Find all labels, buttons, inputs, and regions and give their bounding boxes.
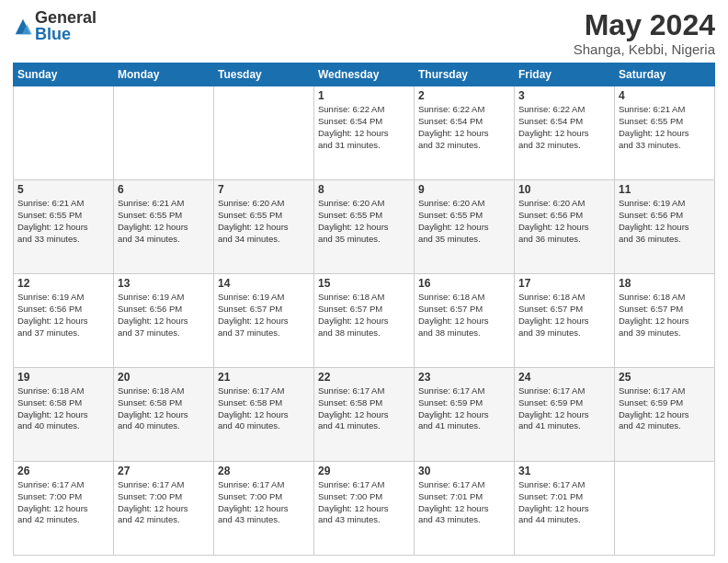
col-monday: Monday	[114, 63, 214, 86]
day-info: Sunrise: 6:18 AM Sunset: 6:57 PM Dayligh…	[619, 292, 711, 339]
calendar-cell: 20Sunrise: 6:18 AM Sunset: 6:58 PM Dayli…	[114, 368, 214, 462]
calendar-cell: 21Sunrise: 6:17 AM Sunset: 6:58 PM Dayli…	[214, 368, 314, 462]
calendar-cell: 2Sunrise: 6:22 AM Sunset: 6:54 PM Daylig…	[415, 86, 515, 180]
calendar-cell: 22Sunrise: 6:17 AM Sunset: 6:58 PM Dayli…	[314, 368, 415, 462]
calendar-cell: 9Sunrise: 6:20 AM Sunset: 6:55 PM Daylig…	[415, 180, 515, 274]
calendar-week-1: 5Sunrise: 6:21 AM Sunset: 6:55 PM Daylig…	[14, 180, 715, 274]
day-info: Sunrise: 6:18 AM Sunset: 6:57 PM Dayligh…	[418, 292, 510, 339]
day-info: Sunrise: 6:17 AM Sunset: 7:00 PM Dayligh…	[118, 479, 210, 526]
day-number: 3	[518, 89, 610, 102]
col-thursday: Thursday	[415, 63, 515, 86]
day-info: Sunrise: 6:18 AM Sunset: 6:57 PM Dayligh…	[318, 292, 410, 339]
day-info: Sunrise: 6:18 AM Sunset: 6:57 PM Dayligh…	[518, 292, 610, 339]
logo-blue-text: Blue	[35, 26, 97, 42]
calendar-cell: 31Sunrise: 6:17 AM Sunset: 7:01 PM Dayli…	[515, 462, 615, 556]
col-wednesday: Wednesday	[314, 63, 415, 86]
logo-general-text: General	[35, 9, 97, 26]
day-number: 4	[619, 89, 711, 102]
calendar-cell: 18Sunrise: 6:18 AM Sunset: 6:57 PM Dayli…	[615, 274, 715, 368]
day-number: 8	[318, 183, 410, 196]
calendar-cell: 26Sunrise: 6:17 AM Sunset: 7:00 PM Dayli…	[14, 462, 114, 556]
day-info: Sunrise: 6:17 AM Sunset: 7:00 PM Dayligh…	[318, 479, 410, 526]
day-info: Sunrise: 6:18 AM Sunset: 6:58 PM Dayligh…	[118, 385, 210, 432]
day-number: 1	[318, 89, 410, 102]
calendar-cell: 1Sunrise: 6:22 AM Sunset: 6:54 PM Daylig…	[314, 86, 415, 180]
day-info: Sunrise: 6:22 AM Sunset: 6:54 PM Dayligh…	[518, 104, 610, 151]
calendar-week-2: 12Sunrise: 6:19 AM Sunset: 6:56 PM Dayli…	[14, 274, 715, 368]
day-info: Sunrise: 6:17 AM Sunset: 6:58 PM Dayligh…	[218, 385, 310, 432]
day-info: Sunrise: 6:20 AM Sunset: 6:55 PM Dayligh…	[218, 198, 310, 245]
calendar-cell: 10Sunrise: 6:20 AM Sunset: 6:56 PM Dayli…	[515, 180, 615, 274]
calendar-cell	[14, 86, 114, 180]
day-number: 23	[418, 371, 510, 384]
day-info: Sunrise: 6:17 AM Sunset: 7:00 PM Dayligh…	[218, 479, 310, 526]
calendar-cell: 7Sunrise: 6:20 AM Sunset: 6:55 PM Daylig…	[214, 180, 314, 274]
calendar-cell: 8Sunrise: 6:20 AM Sunset: 6:55 PM Daylig…	[314, 180, 415, 274]
day-number: 29	[318, 465, 410, 477]
calendar-cell: 12Sunrise: 6:19 AM Sunset: 6:56 PM Dayli…	[14, 274, 114, 368]
col-sunday: Sunday	[14, 63, 114, 86]
day-info: Sunrise: 6:20 AM Sunset: 6:56 PM Dayligh…	[518, 198, 610, 245]
day-number: 2	[418, 89, 510, 102]
calendar-cell: 6Sunrise: 6:21 AM Sunset: 6:55 PM Daylig…	[114, 180, 214, 274]
col-friday: Friday	[515, 63, 615, 86]
day-info: Sunrise: 6:17 AM Sunset: 6:58 PM Dayligh…	[318, 385, 410, 432]
day-number: 30	[418, 465, 510, 477]
day-number: 21	[218, 371, 310, 384]
day-number: 15	[318, 277, 410, 290]
day-number: 5	[17, 183, 109, 196]
day-info: Sunrise: 6:19 AM Sunset: 6:56 PM Dayligh…	[619, 198, 711, 245]
day-number: 14	[218, 277, 310, 290]
calendar-week-4: 26Sunrise: 6:17 AM Sunset: 7:00 PM Dayli…	[14, 462, 715, 556]
day-number: 19	[17, 371, 109, 384]
calendar-cell: 11Sunrise: 6:19 AM Sunset: 6:56 PM Dayli…	[615, 180, 715, 274]
day-info: Sunrise: 6:17 AM Sunset: 6:59 PM Dayligh…	[518, 385, 610, 432]
calendar-cell: 17Sunrise: 6:18 AM Sunset: 6:57 PM Dayli…	[515, 274, 615, 368]
day-info: Sunrise: 6:22 AM Sunset: 6:54 PM Dayligh…	[418, 104, 510, 151]
calendar-cell: 27Sunrise: 6:17 AM Sunset: 7:00 PM Dayli…	[114, 462, 214, 556]
day-number: 17	[518, 277, 610, 290]
calendar-cell: 24Sunrise: 6:17 AM Sunset: 6:59 PM Dayli…	[515, 368, 615, 462]
calendar-cell: 25Sunrise: 6:17 AM Sunset: 6:59 PM Dayli…	[615, 368, 715, 462]
day-number: 11	[619, 183, 711, 196]
calendar-cell: 30Sunrise: 6:17 AM Sunset: 7:01 PM Dayli…	[415, 462, 515, 556]
logo-icon	[13, 17, 33, 37]
day-info: Sunrise: 6:20 AM Sunset: 6:55 PM Dayligh…	[418, 198, 510, 245]
header: General Blue May 2024 Shanga, Kebbi, Nig…	[13, 9, 715, 57]
day-number: 6	[118, 183, 210, 196]
calendar-cell: 28Sunrise: 6:17 AM Sunset: 7:00 PM Dayli…	[214, 462, 314, 556]
day-info: Sunrise: 6:19 AM Sunset: 6:56 PM Dayligh…	[118, 292, 210, 339]
calendar-cell: 3Sunrise: 6:22 AM Sunset: 6:54 PM Daylig…	[515, 86, 615, 180]
day-info: Sunrise: 6:17 AM Sunset: 6:59 PM Dayligh…	[418, 385, 510, 432]
calendar-cell: 19Sunrise: 6:18 AM Sunset: 6:58 PM Dayli…	[14, 368, 114, 462]
day-number: 25	[619, 371, 711, 384]
day-number: 18	[619, 277, 711, 290]
calendar-week-3: 19Sunrise: 6:18 AM Sunset: 6:58 PM Dayli…	[14, 368, 715, 462]
day-info: Sunrise: 6:21 AM Sunset: 6:55 PM Dayligh…	[17, 198, 109, 245]
day-number: 10	[518, 183, 610, 196]
day-number: 12	[17, 277, 109, 290]
day-number: 28	[218, 465, 310, 477]
day-number: 22	[318, 371, 410, 384]
day-info: Sunrise: 6:18 AM Sunset: 6:58 PM Dayligh…	[17, 385, 109, 432]
col-saturday: Saturday	[615, 63, 715, 86]
day-info: Sunrise: 6:20 AM Sunset: 6:55 PM Dayligh…	[318, 198, 410, 245]
calendar-cell: 5Sunrise: 6:21 AM Sunset: 6:55 PM Daylig…	[14, 180, 114, 274]
day-info: Sunrise: 6:22 AM Sunset: 6:54 PM Dayligh…	[318, 104, 410, 151]
main-title: May 2024	[574, 9, 715, 41]
calendar-cell: 29Sunrise: 6:17 AM Sunset: 7:00 PM Dayli…	[314, 462, 415, 556]
day-info: Sunrise: 6:19 AM Sunset: 6:57 PM Dayligh…	[218, 292, 310, 339]
day-info: Sunrise: 6:17 AM Sunset: 7:01 PM Dayligh…	[518, 479, 610, 526]
day-number: 26	[17, 465, 109, 477]
calendar-cell: 16Sunrise: 6:18 AM Sunset: 6:57 PM Dayli…	[415, 274, 515, 368]
calendar-cell: 23Sunrise: 6:17 AM Sunset: 6:59 PM Dayli…	[415, 368, 515, 462]
calendar-week-0: 1Sunrise: 6:22 AM Sunset: 6:54 PM Daylig…	[14, 86, 715, 180]
title-block: May 2024 Shanga, Kebbi, Nigeria	[574, 9, 715, 57]
calendar-cell	[214, 86, 314, 180]
calendar-cell	[114, 86, 214, 180]
day-number: 16	[418, 277, 510, 290]
day-number: 20	[118, 371, 210, 384]
calendar-table: Sunday Monday Tuesday Wednesday Thursday…	[13, 63, 715, 556]
col-tuesday: Tuesday	[214, 63, 314, 86]
day-info: Sunrise: 6:17 AM Sunset: 7:00 PM Dayligh…	[17, 479, 109, 526]
